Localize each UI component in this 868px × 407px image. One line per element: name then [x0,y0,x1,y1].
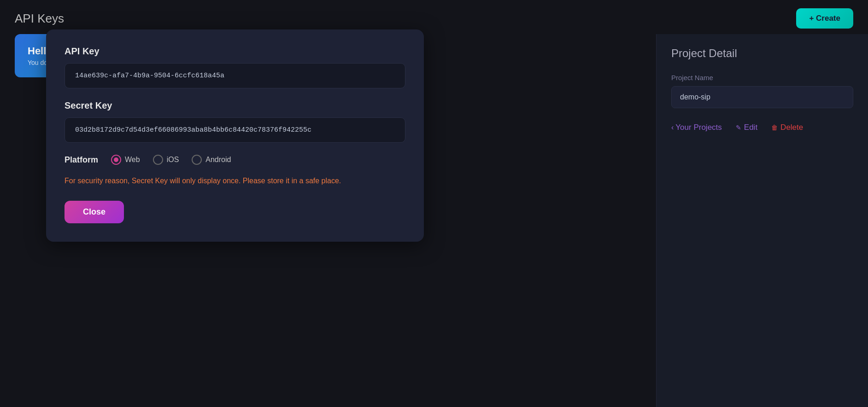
api-key-value: 14ae639c-afa7-4b9a-9504-6ccfc618a45a [65,63,405,88]
delete-label: Delete [780,123,803,132]
page-title: API Keys [15,12,64,26]
header: API Keys + Create [0,0,868,34]
platform-android-label: Android [205,156,231,164]
close-button[interactable]: Close [65,201,124,223]
delete-link[interactable]: 🗑 Delete [771,123,803,132]
radio-web-inner [114,157,118,162]
modal-dialog: API Key 14ae639c-afa7-4b9a-9504-6ccfc618… [46,29,424,242]
security-warning: For security reason, Secret Key will onl… [65,175,378,187]
secret-key-label: Secret Key [65,100,405,111]
chevron-left-icon: ‹ [671,123,674,132]
your-projects-label: Your Projects [675,123,721,132]
project-name-label: Project Name [671,74,853,81]
left-panel: Hello! You don't API Key 14ae639c-afa7-4… [0,34,656,407]
radio-ios[interactable] [153,155,163,165]
platform-ios[interactable]: iOS [153,155,179,165]
platform-label: Platform [65,155,98,165]
platform-web[interactable]: Web [111,155,140,165]
api-key-label: API Key [65,46,405,57]
your-projects-link[interactable]: ‹ Your Projects [671,123,722,132]
edit-link[interactable]: ✎ Edit [736,123,757,132]
platform-android[interactable]: Android [192,155,231,165]
trash-icon: 🗑 [771,124,778,131]
platform-ios-label: iOS [167,156,179,164]
radio-web[interactable] [111,155,121,165]
main-layout: Hello! You don't API Key 14ae639c-afa7-4… [0,34,868,407]
pencil-icon: ✎ [736,124,741,131]
platform-row: Platform Web iOS Android [65,155,405,165]
action-links-row: ‹ Your Projects ✎ Edit 🗑 Delete [671,123,853,132]
project-detail-title: Project Detail [671,47,853,60]
radio-android[interactable] [192,155,202,165]
secret-key-value: 03d2b8172d9c7d54d3ef66086993aba8b4bb6c84… [65,117,405,143]
edit-label: Edit [744,123,757,132]
right-panel: Project Detail Project Name ‹ Your Proje… [656,34,868,407]
create-button[interactable]: + Create [796,8,853,29]
project-name-input[interactable] [671,86,853,108]
platform-web-label: Web [125,156,140,164]
